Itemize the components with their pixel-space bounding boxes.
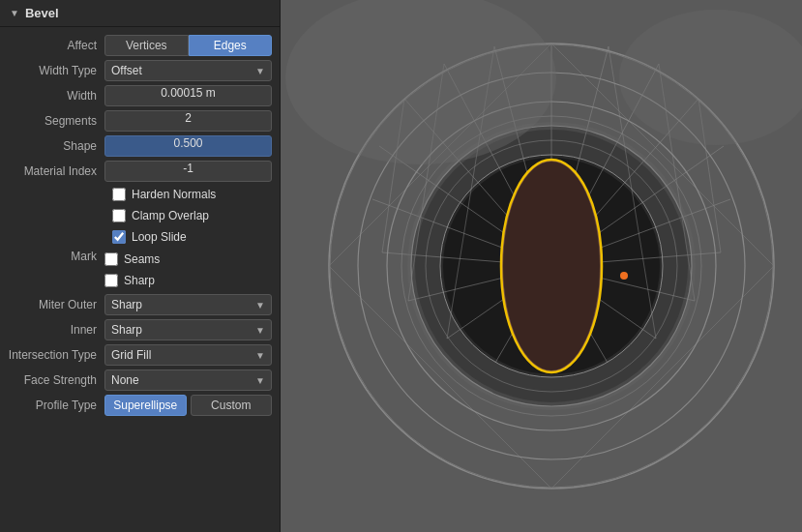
width-type-row: Width Type Offset ▼: [0, 58, 280, 83]
seams-label[interactable]: Seams: [124, 252, 160, 266]
seams-item: Seams: [104, 250, 160, 269]
svg-point-38: [503, 162, 600, 370]
face-strength-dropdown[interactable]: None ▼: [104, 369, 272, 391]
profile-type-row: Profile Type Superellipse Custom: [0, 393, 280, 418]
width-input[interactable]: 0.00015 m: [104, 85, 272, 106]
material-index-row: Material Index -1: [0, 159, 280, 184]
intersection-type-row: Intersection Type Grid Fill ▼: [0, 342, 280, 368]
affect-btn-group: Vertices Edges: [104, 35, 272, 56]
intersection-type-dropdown[interactable]: Grid Fill ▼: [104, 344, 272, 366]
clamp-overlap-row: Clamp Overlap: [0, 205, 280, 226]
segments-control: 2: [104, 110, 272, 132]
width-type-dropdown[interactable]: Offset ▼: [104, 60, 272, 81]
mark-checkboxes: Seams Sharp: [104, 250, 160, 290]
intersection-type-control: Grid Fill ▼: [104, 344, 272, 366]
shape-input[interactable]: 0.500: [104, 135, 272, 157]
inner-row: Inner Sharp ▼: [0, 317, 280, 342]
sharp-item: Sharp: [104, 271, 160, 290]
miter-outer-label: Miter Outer: [8, 298, 104, 311]
profile-btn-group: Superellipse Custom: [104, 395, 272, 416]
shape-row: Shape 0.500: [0, 133, 280, 159]
width-type-label: Width Type: [8, 64, 104, 77]
mark-row: Mark Seams Sharp: [0, 248, 280, 292]
miter-outer-dropdown[interactable]: Sharp ▼: [104, 294, 272, 315]
svg-point-39: [620, 272, 628, 280]
profile-type-control: Superellipse Custom: [104, 395, 272, 416]
width-label: Width: [8, 89, 104, 103]
face-strength-label: Face Strength: [8, 373, 104, 387]
panel-content: Affect Vertices Edges Width Type Offset …: [0, 27, 280, 532]
material-index-control: -1: [104, 161, 272, 182]
left-panel: ▼ Bevel Affect Vertices Edges Width Type…: [0, 0, 281, 532]
miter-outer-control: Sharp ▼: [104, 294, 272, 315]
miter-outer-row: Miter Outer Sharp ▼: [0, 292, 280, 317]
harden-normals-label[interactable]: Harden Normals: [132, 188, 216, 201]
inner-control: Sharp ▼: [104, 319, 272, 340]
sharp-label[interactable]: Sharp: [124, 274, 155, 287]
affect-row: Affect Vertices Edges: [0, 33, 280, 58]
harden-normals-row: Harden Normals: [0, 184, 280, 205]
inner-label: Inner: [8, 323, 104, 337]
loop-slide-label[interactable]: Loop Slide: [132, 230, 187, 244]
clamp-overlap-label[interactable]: Clamp Overlap: [132, 209, 209, 222]
viewport[interactable]: [281, 0, 802, 532]
width-type-control: Offset ▼: [104, 60, 272, 81]
affect-edges-button[interactable]: Edges: [189, 35, 273, 56]
sharp-checkbox[interactable]: [104, 274, 118, 287]
harden-normals-checkbox[interactable]: [112, 188, 126, 201]
affect-label: Affect: [8, 39, 104, 52]
panel-header: ▼ Bevel: [0, 0, 280, 27]
superellipse-button[interactable]: Superellipse: [104, 395, 187, 416]
affect-vertices-button[interactable]: Vertices: [104, 35, 189, 56]
collapse-icon[interactable]: ▼: [10, 8, 19, 18]
loop-slide-row: Loop Slide: [0, 226, 280, 248]
shape-label: Shape: [8, 139, 104, 153]
material-index-input[interactable]: -1: [104, 161, 272, 182]
material-index-label: Material Index: [8, 164, 104, 178]
face-strength-arrow-icon: ▼: [255, 375, 265, 386]
inner-dropdown[interactable]: Sharp ▼: [104, 319, 272, 340]
segments-label: Segments: [8, 114, 104, 128]
seams-checkbox[interactable]: [104, 252, 118, 266]
mark-label: Mark: [8, 250, 104, 263]
face-strength-control: None ▼: [104, 369, 272, 391]
intersection-type-label: Intersection Type: [8, 348, 104, 362]
width-row: Width 0.00015 m: [0, 83, 280, 108]
inner-arrow-icon: ▼: [255, 325, 265, 336]
clamp-overlap-checkbox[interactable]: [112, 209, 126, 222]
profile-type-label: Profile Type: [8, 399, 104, 412]
shape-control: 0.500: [104, 135, 272, 157]
segments-input[interactable]: 2: [104, 110, 272, 132]
loop-slide-checkbox[interactable]: [112, 230, 126, 244]
custom-button[interactable]: Custom: [191, 395, 273, 416]
width-control: 0.00015 m: [104, 85, 272, 106]
segments-row: Segments 2: [0, 108, 280, 133]
viewport-canvas: [281, 0, 802, 532]
intersection-type-arrow-icon: ▼: [255, 350, 265, 361]
miter-outer-arrow-icon: ▼: [255, 300, 265, 310]
dropdown-arrow-icon: ▼: [255, 66, 265, 76]
affect-control: Vertices Edges: [104, 35, 272, 56]
face-strength-row: Face Strength None ▼: [0, 368, 280, 393]
panel-title: Bevel: [25, 6, 59, 20]
